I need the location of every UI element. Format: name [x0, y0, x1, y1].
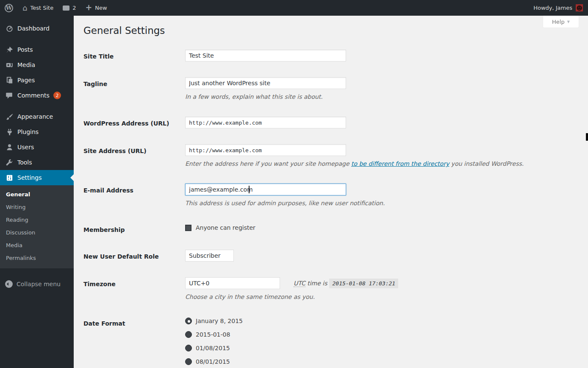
utc-abbr: UTC	[294, 280, 305, 287]
dashboard-icon	[5, 24, 14, 33]
sidebar-item-users[interactable]: Users	[0, 139, 74, 155]
help-label: Help	[552, 19, 565, 25]
sidebar-item-dashboard[interactable]: Dashboard	[0, 21, 74, 36]
email-label: E-mail Address	[83, 184, 185, 207]
sidebar-item-appearance[interactable]: Appearance	[0, 109, 74, 124]
sidebar-item-tools[interactable]: Tools	[0, 155, 74, 170]
text-cursor	[249, 186, 250, 193]
comments-count: 2	[72, 5, 76, 11]
date-format-option-label: 2015-01-08	[196, 330, 230, 339]
date-format-option-3[interactable]: 01/08/2015	[185, 344, 578, 352]
submenu-item-discussion[interactable]: Discussion	[0, 226, 74, 239]
date-format-option-1[interactable]: January 8, 2015	[185, 317, 578, 325]
site-address-helper-prefix: Enter the address here if you want your …	[185, 160, 351, 167]
submenu-item-media[interactable]: Media	[0, 239, 74, 252]
timezone-helper-text: Choose a city in the same timezone as yo…	[185, 293, 578, 301]
wordpress-address-input[interactable]	[185, 117, 346, 128]
admin-bar-left: W ⌂ Test Site 2 + New	[0, 0, 112, 16]
default-role-select[interactable]: Subscriber	[185, 250, 234, 262]
site-address-row: Site Address (URL) Enter the address her…	[83, 144, 578, 168]
media-icon	[5, 61, 14, 69]
tools-icon	[5, 158, 14, 167]
site-name-label: Test Site	[30, 5, 53, 11]
sidebar-item-label: Plugins	[17, 128, 39, 135]
site-title-input[interactable]	[185, 50, 346, 61]
submenu-item-reading[interactable]: Reading	[0, 214, 74, 226]
collapse-menu-label: Collapse menu	[17, 281, 61, 287]
email-input[interactable]	[185, 184, 346, 195]
appearance-icon	[5, 112, 14, 121]
active-menu-arrow	[67, 174, 74, 181]
date-format-option-label: January 8, 2015	[196, 317, 243, 325]
sidebar-item-label: Dashboard	[17, 25, 50, 32]
sidebar-item-label: Posts	[17, 46, 33, 53]
sidebar-item-label: Users	[17, 144, 34, 151]
plugins-icon	[5, 128, 14, 136]
membership-checkbox-label: Anyone can register	[196, 224, 255, 231]
avatar: ☻	[576, 4, 583, 11]
membership-row: Membership Anyone can register	[83, 223, 578, 234]
sidebar-item-comments[interactable]: Comments 2	[0, 88, 74, 103]
admin-bar-comments[interactable]: 2	[58, 0, 80, 16]
default-role-label: New User Default Role	[83, 250, 185, 262]
posts-icon	[5, 45, 14, 54]
timezone-row: Timezone UTC+0 UTC time is2015-01-08 17:…	[83, 277, 578, 301]
sidebar-item-label: Comments	[17, 92, 50, 99]
different-directory-link[interactable]: to be different from the directory	[351, 160, 449, 167]
mouse-cursor	[586, 133, 588, 141]
howdy-label: Howdy, James	[533, 5, 572, 11]
date-format-row: Date Format January 8, 2015 2015-01-08 0…	[83, 317, 578, 368]
users-icon	[5, 143, 14, 151]
wordpress-logo: W	[5, 4, 13, 12]
comments-icon	[5, 91, 14, 100]
utc-time-description: UTC time is2015-01-08 17:03:21	[294, 280, 398, 287]
sidebar-item-label: Settings	[17, 174, 42, 181]
site-title-row: Site Title	[83, 50, 578, 61]
comments-bubble-icon	[63, 6, 69, 11]
date-format-option-label: 01/08/2015	[196, 344, 230, 352]
date-format-option-label: 08/01/2015	[196, 357, 230, 366]
radio-selected-icon[interactable]	[185, 318, 192, 324]
sidebar-item-pages[interactable]: Pages	[0, 72, 74, 88]
pages-icon	[5, 76, 14, 84]
email-helper-text: This address is used for admin purposes,…	[185, 199, 578, 207]
tagline-input[interactable]	[185, 77, 346, 89]
help-tab-button[interactable]: Help ▼	[543, 16, 579, 28]
radio-icon[interactable]	[185, 331, 192, 338]
collapse-icon	[5, 280, 13, 288]
sidebar-item-label: Pages	[17, 77, 35, 84]
site-address-input[interactable]	[185, 144, 346, 156]
submenu-item-writing[interactable]: Writing	[0, 201, 74, 214]
date-format-label: Date Format	[83, 317, 185, 368]
timezone-select[interactable]: UTC+0	[185, 277, 280, 289]
admin-sidebar: Dashboard Posts Media Pages Comments	[0, 16, 74, 368]
membership-checkbox[interactable]	[185, 225, 191, 231]
sidebar-item-settings[interactable]: Settings	[0, 170, 74, 185]
wordpress-logo-menu[interactable]: W	[0, 0, 18, 16]
my-account-menu[interactable]: Howdy, James ☻	[533, 0, 588, 16]
site-title-label: Site Title	[83, 50, 185, 61]
collapse-menu-button[interactable]: Collapse menu	[0, 277, 74, 291]
radio-icon[interactable]	[185, 358, 192, 365]
email-row: E-mail Address This address is used for …	[83, 184, 578, 207]
sidebar-item-plugins[interactable]: Plugins	[0, 124, 74, 139]
new-content-menu[interactable]: + New	[80, 0, 111, 16]
new-label: New	[95, 5, 107, 11]
utc-time-is-text: time is	[305, 280, 327, 287]
settings-icon	[5, 173, 14, 182]
site-name-menu[interactable]: ⌂ Test Site	[18, 0, 58, 16]
tagline-label: Tagline	[83, 77, 185, 101]
date-format-option-2[interactable]: 2015-01-08	[185, 330, 578, 339]
submenu-item-permalinks[interactable]: Permalinks	[0, 252, 74, 265]
home-icon: ⌂	[22, 4, 27, 12]
wordpress-address-row: WordPress Address (URL)	[83, 117, 578, 128]
sidebar-item-posts[interactable]: Posts	[0, 42, 74, 57]
comments-badge: 2	[53, 92, 61, 99]
date-format-option-4[interactable]: 08/01/2015	[185, 357, 578, 366]
tagline-helper-text: In a few words, explain what this site i…	[185, 92, 578, 101]
default-role-row: New User Default Role Subscriber	[83, 250, 578, 262]
radio-icon[interactable]	[185, 345, 192, 351]
submenu-item-general[interactable]: General	[0, 188, 74, 201]
sidebar-item-media[interactable]: Media	[0, 57, 74, 72]
utc-time-value: 2015-01-08 17:03:21	[329, 279, 398, 288]
